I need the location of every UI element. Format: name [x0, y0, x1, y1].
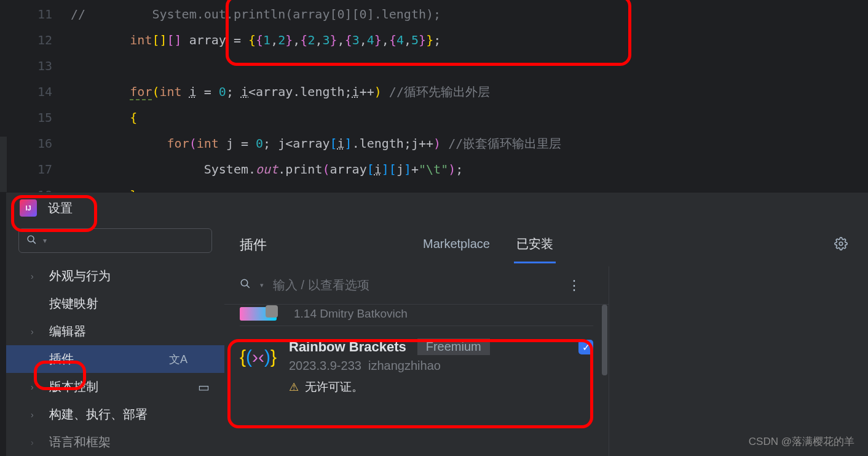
plugin-search-row: ▾ 输入 / 以查看选项 ⋮	[224, 266, 609, 305]
gear-icon[interactable]	[829, 232, 853, 258]
svg-point-0	[28, 236, 34, 242]
chevron-right-icon: ›	[31, 327, 38, 337]
more-icon[interactable]: ⋮	[567, 278, 593, 294]
sidebar-item-build[interactable]: ›构建、执行、部署	[6, 401, 224, 428]
plugins-panel: 插件 Marketplace 已安装 ▾ 输入 / 以查看选项 ⋮	[224, 223, 868, 456]
svg-point-2	[839, 242, 843, 246]
line-number: 11	[0, 1, 52, 27]
settings-title: 设置	[48, 200, 73, 217]
code-editor[interactable]: 11 12 13 14 15 16 17 18 // System.out.pr…	[0, 0, 868, 191]
svg-point-3	[241, 279, 248, 286]
panel-title: 插件	[240, 236, 267, 254]
plugin-meta: 1.14 Dmitry Batkovich	[288, 307, 408, 321]
plugin-warning: ⚠ 无许可证。	[289, 379, 593, 395]
settings-header: 设置	[6, 193, 868, 223]
project-icon: ▭	[198, 380, 210, 394]
chevron-right-icon: ›	[31, 438, 38, 447]
line-gutter: 11 12 13 14 15 16 17 18	[0, 1, 71, 191]
line-number: 13	[0, 53, 52, 79]
line-number: 17	[0, 156, 52, 182]
chevron-right-icon: ›	[31, 271, 38, 281]
nyan-progress-icon	[240, 307, 277, 321]
line-number: 12	[0, 27, 52, 53]
search-icon	[26, 234, 37, 247]
language-icon: 文A	[169, 352, 187, 367]
chevron-right-icon: ›	[31, 410, 38, 420]
sidebar-item-languages[interactable]: ›语言和框架	[6, 428, 224, 456]
rainbow-brackets-icon: {(›‹)}	[240, 338, 277, 375]
plugin-tabs: Marketplace 已安装	[420, 226, 853, 263]
line-number: 16	[0, 130, 52, 156]
warning-icon: ⚠	[289, 380, 299, 394]
sidebar-item-keymap[interactable]: 按键映射	[6, 290, 224, 318]
plugin-enabled-checkbox[interactable]: ✓	[578, 340, 593, 354]
freemium-badge: Freemium	[417, 338, 490, 355]
settings-sidebar: ▾ ›外观与行为 按键映射 ›编辑器 插件文A ›版本控制▭ ›构建、执行、部署…	[6, 223, 224, 456]
sidebar-item-editor[interactable]: ›编辑器	[6, 318, 224, 345]
svg-line-4	[247, 285, 250, 288]
tab-marketplace[interactable]: Marketplace	[420, 228, 492, 262]
plugin-item-rainbow-brackets[interactable]: {(›‹)} Rainbow Brackets Freemium 2023.3.…	[240, 326, 593, 407]
search-icon	[240, 278, 251, 292]
sidebar-item-plugins[interactable]: 插件文A	[6, 345, 224, 373]
plugin-name: Rainbow Brackets	[289, 339, 406, 355]
line-number: 14	[0, 79, 52, 105]
line-number: 15	[0, 105, 52, 130]
tab-installed[interactable]: 已安装	[514, 226, 556, 263]
svg-line-1	[33, 241, 36, 243]
settings-tree: ›外观与行为 按键映射 ›编辑器 插件文A ›版本控制▭ ›构建、执行、部署 ›…	[6, 262, 224, 456]
plugin-item[interactable]: 1.14 Dmitry Batkovich	[240, 305, 593, 326]
plugin-search-input[interactable]: 输入 / 以查看选项	[273, 277, 558, 294]
sidebar-item-vcs[interactable]: ›版本控制▭	[6, 373, 224, 401]
intellij-icon	[20, 199, 37, 217]
sidebar-item-appearance[interactable]: ›外观与行为	[6, 262, 224, 290]
vertical-divider	[609, 266, 609, 456]
settings-dialog: 设置 ▾ ›外观与行为 按键映射 ›编辑器 插件文A ›版本控制▭ ›构建、执行…	[6, 192, 868, 456]
scrollbar-thumb[interactable]	[602, 305, 607, 375]
plugin-list: 1.14 Dmitry Batkovich {(›‹)} Rainbow Bra…	[224, 305, 609, 456]
plugin-version-author: 2023.3.9-233 izhangzhihao	[289, 359, 593, 373]
chevron-right-icon: ›	[31, 382, 38, 392]
code-content[interactable]: // System.out.println(array[0][0].length…	[71, 1, 868, 191]
settings-search[interactable]: ▾	[18, 228, 212, 253]
